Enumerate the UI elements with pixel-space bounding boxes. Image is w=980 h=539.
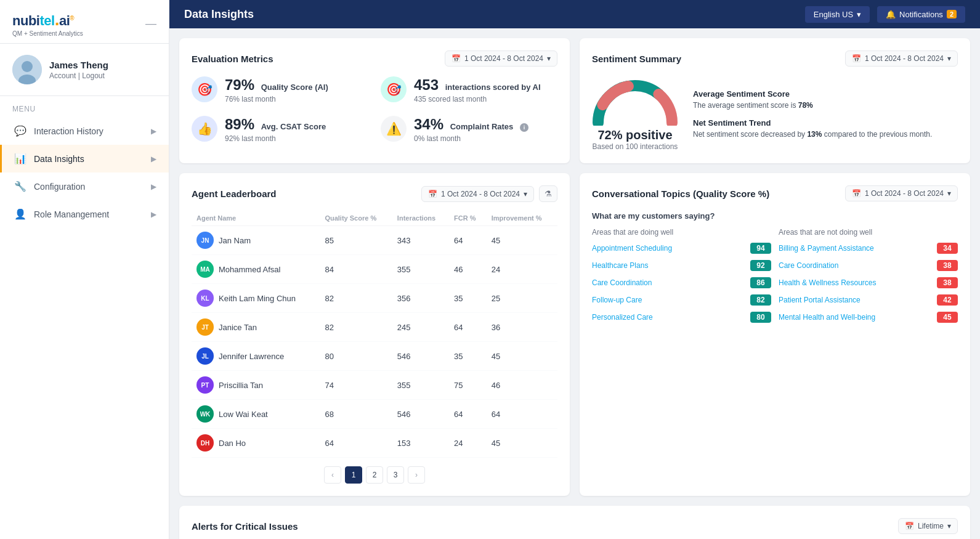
table-row: KL Keith Lam Ming Chun 82 356 35 25	[192, 284, 557, 313]
notifications-label: Notifications	[899, 10, 943, 19]
topic-name[interactable]: Healthcare Plans	[592, 261, 648, 270]
page-1-button[interactable]: 1	[345, 466, 362, 484]
agent-name: Mohammed Afsal	[219, 265, 280, 274]
quality-score-cell: 80	[320, 342, 392, 371]
topic-name[interactable]: Care Coordination	[779, 261, 838, 270]
agent-name: Dan Ho	[219, 439, 246, 448]
complaint-sub: 0% last month	[414, 134, 528, 143]
table-row: JT Janice Tan 82 245 64 36	[192, 313, 557, 342]
agent-avatar: JT	[196, 318, 214, 336]
language-label: English US	[814, 10, 853, 19]
sentiment-date-filter[interactable]: 📅 1 Oct 2024 - 8 Oct 2024 ▾	[845, 51, 958, 67]
topic-row: Health & Wellness Resources38	[779, 277, 958, 288]
sidebar-item-data-insights[interactable]: 📊 Data Insights ▶	[0, 145, 169, 172]
chevron-down-icon: ▾	[524, 190, 527, 198]
user-section: James Theng Account | Logout	[0, 44, 169, 96]
fcr-cell: 64	[449, 226, 487, 255]
agent-avatar: MA	[196, 261, 214, 278]
csat-icon: 👍	[192, 116, 217, 142]
page-title: Data Insights	[184, 8, 254, 21]
sidebar-item-interaction-history[interactable]: 💬 Interaction History ▶	[0, 117, 169, 145]
topics-date-filter[interactable]: 📅 1 Oct 2024 - 8 Oct 2024 ▾	[845, 185, 958, 201]
complaint-icon: ⚠️	[381, 116, 407, 142]
topic-score: 94	[750, 243, 771, 254]
doing-well-column: Areas that are doing well Appointment Sc…	[592, 228, 771, 329]
notifications-button[interactable]: 🔔 Notifications 2	[877, 6, 965, 23]
topic-name[interactable]: Personalized Care	[592, 313, 653, 322]
logout-link[interactable]: Logout	[82, 71, 105, 80]
menu-label: Menu	[0, 96, 169, 117]
agent-avatar: PT	[196, 376, 214, 394]
sentiment-summary-card: Sentiment Summary 📅 1 Oct 2024 - 8 Oct 2…	[580, 38, 970, 163]
quality-score-cell: 74	[320, 371, 392, 400]
metrics-grid: 🎯 79% Quality Score (AI) 76% last month …	[192, 76, 557, 143]
complaint-label: Complaint Rates	[450, 122, 514, 131]
info-icon[interactable]: i	[520, 123, 528, 132]
topic-name[interactable]: Follow-up Care	[592, 296, 642, 304]
minimize-button[interactable]: —	[145, 17, 156, 30]
alerts-date-filter[interactable]: 📅 Lifetime ▾	[898, 518, 958, 534]
metric-quality-score: 🎯 79% Quality Score (AI) 76% last month	[192, 76, 368, 103]
topic-row: Appointment Scheduling94	[592, 243, 771, 254]
leaderboard-date-filter[interactable]: 📅 1 Oct 2024 - 8 Oct 2024 ▾	[421, 186, 534, 202]
language-button[interactable]: English US ▾	[805, 6, 870, 23]
topic-row: Care Coordination38	[779, 260, 958, 271]
improvement-cell: 46	[487, 371, 557, 400]
prev-page-button[interactable]: ‹	[324, 466, 341, 484]
user-links: Account | Logout	[49, 71, 108, 80]
quality-score-sub: 76% last month	[225, 95, 328, 103]
interactions-cell: 546	[392, 400, 449, 429]
agent-avatar: DH	[196, 434, 214, 452]
topic-name[interactable]: Patient Portal Assistance	[779, 296, 861, 304]
filter-button[interactable]: ⚗	[539, 185, 557, 202]
page-3-button[interactable]: 3	[387, 466, 404, 484]
gauge-percent: 72% positive	[593, 128, 678, 142]
chart-icon: 📊	[14, 153, 26, 164]
account-link[interactable]: Account	[49, 71, 76, 80]
sidebar-item-label: Configuration	[34, 182, 85, 192]
next-page-button[interactable]: ›	[408, 466, 425, 484]
logo-subtitle: QM + Sentiment Analytics	[12, 30, 83, 37]
alerts-date: Lifetime	[918, 522, 944, 530]
chevron-right-icon: ▶	[151, 127, 156, 136]
sidebar-item-role-management[interactable]: 👤 Role Manangement ▶	[0, 200, 169, 228]
topic-name[interactable]: Mental Health and Well-being	[779, 313, 875, 322]
sentiment-title: Sentiment Summary	[592, 54, 681, 64]
interactions-scored-label: interactions scored by AI	[445, 83, 541, 92]
improvement-cell: 36	[487, 313, 557, 342]
improvement-cell: 64	[487, 400, 557, 429]
user-info: James Theng Account | Logout	[49, 60, 108, 80]
col-improvement: Improvement %	[487, 211, 557, 226]
interactions-cell: 355	[392, 371, 449, 400]
sidebar-item-configuration[interactable]: 🔧 Configuration ▶	[0, 172, 169, 200]
csat-label: Avg. CSAT Score	[261, 122, 326, 131]
agent-name: Jennifer Lawrence	[219, 352, 284, 361]
col-interactions: Interactions	[392, 211, 449, 226]
table-row: PT Priscillia Tan 74 355 75 46	[192, 371, 557, 400]
topic-name[interactable]: Appointment Scheduling	[592, 244, 672, 253]
calendar-icon: 📅	[852, 54, 861, 63]
metric-complaint-rates: ⚠️ 34% Complaint Rates i 0% last month	[381, 116, 557, 143]
interactions-scored-sub: 435 scored last month	[414, 95, 541, 103]
page-2-button[interactable]: 2	[366, 466, 383, 484]
topic-name[interactable]: Billing & Payment Assistance	[779, 244, 874, 253]
svg-point-1	[22, 61, 33, 72]
table-row: JN Jan Nam 85 343 64 45	[192, 226, 557, 255]
agent-name: Janice Tan	[219, 323, 257, 332]
topic-name[interactable]: Health & Wellness Resources	[779, 278, 877, 287]
chat-icon: 💬	[14, 125, 26, 137]
sentiment-date: 1 Oct 2024 - 8 Oct 2024	[865, 54, 944, 63]
interactions-scored-icon: 🎯	[381, 76, 407, 102]
chevron-down-icon: ▾	[947, 189, 951, 198]
chevron-right-icon: ▶	[151, 155, 156, 163]
not-doing-well-label: Areas that are not doing well	[779, 228, 958, 237]
person-icon: 👤	[14, 208, 26, 220]
metric-interactions-scored: 🎯 453 interactions scored by AI 435 scor…	[381, 76, 557, 103]
filter-icon: ⚗	[545, 189, 552, 198]
topic-row: Healthcare Plans92	[592, 260, 771, 271]
topics-date: 1 Oct 2024 - 8 Oct 2024	[865, 189, 944, 198]
evaluation-metrics-date-filter[interactable]: 📅 1 Oct 2024 - 8 Oct 2024 ▾	[445, 51, 557, 67]
topic-score: 42	[937, 294, 958, 306]
topic-name[interactable]: Care Coordination	[592, 278, 652, 287]
topics-subtitle: What are my customers saying?	[592, 211, 958, 221]
